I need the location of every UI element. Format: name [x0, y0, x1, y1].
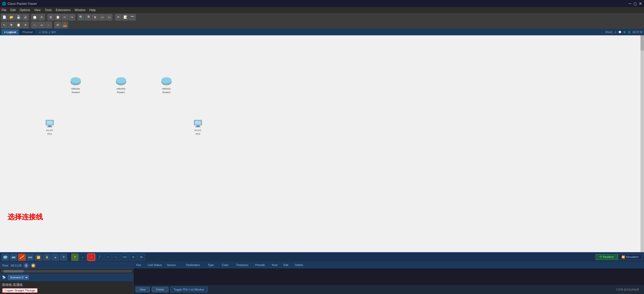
- router1-name: Router1: [117, 91, 125, 94]
- menu-options[interactable]: Options: [20, 8, 30, 12]
- serial-btn[interactable]: ⟿: [121, 254, 128, 261]
- realtime-mode-btn[interactable]: ⏱ Realtime: [596, 254, 618, 260]
- menu-file[interactable]: File: [2, 8, 6, 12]
- paste-button[interactable]: 📋: [54, 14, 61, 20]
- mode-right: [Root] ⊙ 💬 ⚙ 👤 00:37:30: [605, 31, 642, 34]
- titlebar-left: 🌐 Cisco Packet Tracer: [2, 2, 37, 6]
- pc2-device[interactable]: PC-PT PC2: [43, 119, 56, 136]
- router2-device[interactable]: ISR4331 Router2: [160, 77, 173, 94]
- hub-category-btn[interactable]: [26, 254, 34, 261]
- menu-window[interactable]: Window: [75, 8, 85, 12]
- capture-tool[interactable]: 📥: [62, 22, 68, 28]
- nav-icon-3[interactable]: ⚙: [623, 31, 626, 34]
- horizontal-scrollbar[interactable]: [0, 269, 133, 273]
- forward-button[interactable]: ⏩: [31, 263, 36, 268]
- scenario-select[interactable]: Scenario 0: [8, 275, 29, 280]
- text-tool[interactable]: A: [38, 14, 45, 20]
- wan-category-btn[interactable]: ☁: [51, 254, 59, 261]
- save-button[interactable]: 💾: [15, 14, 22, 20]
- window-controls: ─ ◻ ✕: [629, 1, 642, 6]
- pc3-device[interactable]: PC-PT PC3: [192, 119, 204, 136]
- router0-device[interactable]: ISR4331 Router0: [69, 77, 82, 94]
- wireless-category-btn[interactable]: 📶: [35, 254, 42, 261]
- pdu-tool[interactable]: ✉: [54, 22, 61, 28]
- note-add-tool[interactable]: 📋: [15, 22, 22, 28]
- copy-button[interactable]: ⧉: [47, 14, 54, 20]
- activity-button[interactable]: ⬤: [31, 14, 38, 20]
- router1-device[interactable]: ISR4331 Router1: [115, 77, 127, 94]
- logical-tab[interactable]: ● Logical: [2, 29, 19, 35]
- network-canvas[interactable]: ISR4331 Router0 ISR4331 Router1: [0, 35, 644, 252]
- pc3-name: PC3: [196, 133, 200, 136]
- close-button[interactable]: ✕: [639, 1, 642, 6]
- watermark: CSDN @淡化的轮廓: [616, 288, 639, 291]
- scrollbar-thumb-h[interactable]: [4, 270, 24, 273]
- vertical-scrollbar[interactable]: [640, 35, 644, 252]
- scenario-bar: 📡 Scenario 0: [0, 273, 133, 281]
- toggle-pdu-button[interactable]: Toggle PDU List Window: [170, 287, 208, 292]
- pc3-model: PC-PT: [195, 129, 201, 132]
- fiber-btn[interactable]: ╌: [104, 254, 112, 261]
- zoom-reset-button[interactable]: ⊕: [92, 14, 98, 20]
- rect-tool[interactable]: ▭: [99, 14, 105, 20]
- nav-icon-2[interactable]: 💬: [618, 31, 621, 34]
- svg-text:📶: 📶: [37, 255, 40, 259]
- logical-label: Logical: [7, 31, 16, 34]
- crossover-btn[interactable]: ╱: [96, 254, 103, 261]
- pdu-list-area: [134, 268, 644, 285]
- router-category-btn[interactable]: [2, 254, 9, 261]
- oval-tool[interactable]: ▭: [106, 14, 112, 20]
- pc2-name: PC2: [47, 133, 52, 136]
- note-tool[interactable]: 📝: [122, 14, 129, 20]
- nav-icon-1[interactable]: ⊙: [614, 31, 616, 34]
- physical-tab[interactable]: Physical: [20, 29, 35, 35]
- console-btn[interactable]: ⌐: [79, 254, 87, 261]
- open-button[interactable]: 📂: [8, 14, 15, 20]
- simulation-mode-btn[interactable]: ⏩ Simulation: [618, 254, 642, 260]
- connection-category-btn[interactable]: [18, 254, 26, 261]
- menu-extensions[interactable]: Extensions: [56, 8, 71, 12]
- zoom-out-button[interactable]: 🔎: [85, 14, 91, 20]
- menu-view[interactable]: View: [34, 8, 41, 12]
- time-label: Time:: [2, 264, 9, 267]
- draw-line-tool[interactable]: ─: [31, 22, 38, 28]
- pause-button[interactable]: ⏸: [24, 263, 29, 268]
- restore-button[interactable]: ◻: [633, 1, 637, 6]
- router0-model: ISR4331: [71, 88, 80, 91]
- select-tool[interactable]: ↖: [1, 22, 8, 28]
- smart-serial-btn[interactable]: ⇆: [137, 254, 145, 261]
- delete-tool-2[interactable]: ✕: [22, 22, 29, 28]
- pc2-icon: [43, 119, 56, 129]
- print-button[interactable]: 🖨: [22, 14, 29, 20]
- straight-through-btn[interactable]: ─: [87, 254, 95, 261]
- phone-btn[interactable]: 📞: [112, 254, 120, 261]
- undo-button[interactable]: ↩: [62, 14, 68, 20]
- minimize-button[interactable]: ─: [629, 1, 631, 6]
- menu-tools[interactable]: Tools: [45, 8, 52, 12]
- scrollbar-thumb-v[interactable]: [640, 35, 644, 50]
- camera-tool[interactable]: 📷: [129, 14, 136, 20]
- pdu-buttons: New Delete Toggle PDU List Window: [134, 285, 644, 294]
- delete-pdu-button[interactable]: Delete: [152, 287, 168, 292]
- zoom-in-button[interactable]: 🔍: [78, 14, 84, 20]
- draw-arrow-tool[interactable]: →: [45, 22, 52, 28]
- col-last-status: Last Status: [148, 263, 163, 266]
- redo-button[interactable]: ↪: [69, 14, 75, 20]
- nav-icon-4[interactable]: 👤: [628, 31, 631, 34]
- move-tool[interactable]: ✥: [8, 22, 15, 28]
- switch-category-btn[interactable]: [10, 254, 17, 261]
- delete-tool[interactable]: ✕: [115, 14, 122, 20]
- pc3-icon: [192, 119, 204, 129]
- menu-help[interactable]: Help: [90, 8, 96, 12]
- svg-rect-21: [196, 125, 199, 126]
- pc2-model: PC-PT: [46, 129, 53, 132]
- auto-connect-btn[interactable]: ↯: [71, 254, 78, 261]
- octal-btn[interactable]: ⇝: [129, 254, 137, 261]
- menu-edit[interactable]: Edit: [10, 8, 16, 12]
- draw-rect-tool[interactable]: ▭: [38, 22, 45, 28]
- new-button[interactable]: 📄: [1, 14, 8, 20]
- security-category-btn[interactable]: 🔒: [43, 254, 51, 261]
- custom-category-btn[interactable]: ⚙: [60, 254, 67, 261]
- col-source: Source: [167, 263, 182, 266]
- new-pdu-button[interactable]: New: [136, 287, 150, 292]
